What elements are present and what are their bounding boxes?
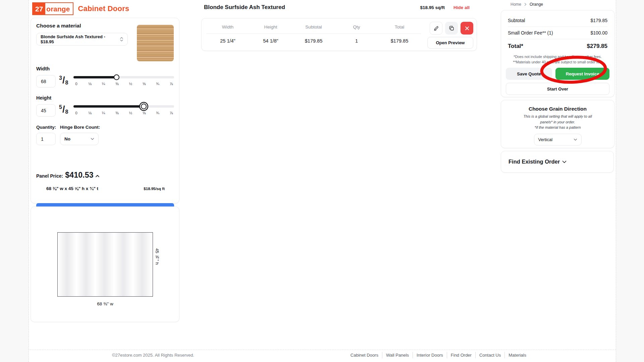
material-section-title: Choose a material (36, 23, 81, 29)
request-invoice-button[interactable]: Request Invoice (555, 68, 609, 80)
edit-button[interactable] (430, 22, 442, 35)
grain-direction-card: Choose Grain Direction This is a global … (501, 100, 614, 148)
quote-table-row: 25 1/4" 54 1/8" $179.85 1 $179.85 (206, 34, 421, 48)
quote-material-title: Blonde Surfside Ash Textured (204, 4, 285, 11)
duplicate-button[interactable] (445, 22, 458, 35)
small-order-fee-row: Small Order Fee** (1) $100.00 (508, 27, 607, 39)
quote-line-item-card: Width Height Subtotal Qty Total 25 1/4" … (201, 18, 477, 51)
width-slider-thumb[interactable] (114, 74, 119, 80)
find-order-label: Find Existing Order (508, 159, 560, 165)
fee-label: Small Order Fee** (1) (508, 30, 553, 36)
hinge-bore-value: No (64, 136, 70, 141)
find-existing-order-card[interactable]: Find Existing Order (501, 151, 614, 173)
logo-suffix: orange (45, 3, 73, 14)
brand-header: 27 orange Cabinet Doors (32, 3, 129, 15)
right-margin (616, 0, 644, 362)
width-slider-ticks: 0⅛¼⅜½⅝¾⅞ (73, 82, 174, 86)
quantity-input[interactable] (36, 133, 56, 145)
height-fraction: 58 (59, 104, 68, 115)
disclaimer-shipping: *Does not include shipping and handling,… (508, 54, 607, 59)
hide-all-link[interactable]: Hide all (453, 5, 470, 10)
width-slider[interactable] (73, 74, 174, 81)
copy-icon (449, 25, 454, 31)
logo-prefix: 27 (33, 3, 45, 14)
panel-price-label: Panel Price: (36, 173, 63, 179)
page-title: Cabinet Doors (78, 4, 129, 13)
close-icon (465, 26, 469, 31)
logo: 27 orange (32, 2, 73, 15)
total-value: $279.85 (587, 43, 607, 50)
open-preview-button[interactable]: Open Preview (427, 37, 473, 49)
footer: ©27estore.com 2025. All Rights Reserved.… (112, 352, 530, 358)
panel-price-value: $410.53 (65, 171, 94, 180)
start-over-button[interactable]: Start Over (506, 83, 609, 95)
col-header-width: Width (206, 22, 249, 34)
height-slider[interactable] (73, 103, 174, 110)
width-slider-fill (73, 76, 117, 78)
fee-value: $100.00 (590, 30, 607, 36)
panel-price-row: Panel Price: $410.53 (36, 171, 100, 180)
material-swatch (137, 25, 174, 61)
caret-up-icon[interactable] (95, 175, 100, 178)
hinge-bore-label: Hinge Bore Count: (60, 125, 100, 130)
footer-divider (29, 350, 616, 350)
total-label: Total* (508, 43, 523, 50)
col-header-total: Total (378, 22, 421, 34)
preview-height-label: 45 ⅝" h (155, 248, 160, 265)
grain-direction-value: Vertical (538, 137, 553, 142)
height-input[interactable] (36, 104, 56, 117)
footer-link-materials[interactable]: Materials (504, 352, 530, 358)
panel-preview-drawing (57, 232, 153, 297)
footer-link-find-order[interactable]: Find Order (447, 352, 475, 358)
subtotal-row: Subtotal $179.85 (508, 14, 607, 27)
hinge-bore-select[interactable]: No (60, 133, 99, 145)
save-quote-button[interactable]: Save Quote (506, 68, 552, 80)
height-slider-fill (73, 105, 144, 108)
disclaimer-small-order: **Materials under 40 sq ft are subject t… (508, 59, 607, 65)
panel-preview-card: 45 ⅝" h 68 ⅜" w (31, 206, 179, 322)
cell-total: $179.85 (378, 34, 421, 48)
height-label: Height (36, 95, 51, 101)
footer-link-cabinet-doors[interactable]: Cabinet Doors (347, 352, 382, 358)
copyright-text: ©27estore.com 2025. All Rights Reserved. (112, 353, 194, 358)
order-summary-card: Subtotal $179.85 Small Order Fee** (1) $… (501, 10, 614, 97)
grain-direction-select[interactable]: Vertical (534, 134, 582, 145)
col-header-qty: Qty (335, 22, 378, 34)
breadcrumb-current[interactable]: Orange (530, 2, 543, 7)
height-slider-ticks: 0⅛¼⅜½⅝¾⅞ (73, 111, 174, 115)
quote-header: Blonde Surfside Ash Textured $18.95 sq/f… (204, 4, 470, 11)
chevron-down-icon (91, 138, 94, 140)
chevron-down-icon (574, 138, 577, 141)
col-header-subtotal: Subtotal (292, 22, 335, 34)
fraction-slash-icon (62, 104, 65, 115)
width-input[interactable] (36, 75, 56, 87)
cell-qty: 1 (335, 34, 378, 48)
breadcrumb: Home Orange (511, 2, 543, 7)
col-header-height: Height (249, 22, 292, 34)
dimensions-summary: 68 ⅜" w x 45 ⅝" h x ¾" t (46, 186, 98, 191)
preview-width-label: 68 ⅜" w (57, 301, 153, 306)
quote-table-header-row: Width Height Subtotal Qty Total (206, 22, 421, 34)
chevron-right-icon (524, 3, 527, 6)
material-select-value: Blonde Surfside Ash Textured - $18.95 (41, 34, 120, 44)
footer-link-contact-us[interactable]: Contact Us (475, 352, 504, 358)
footer-link-interior-doors[interactable]: Interior Doors (413, 352, 447, 358)
footer-link-wall-panels[interactable]: Wall Panels (382, 352, 413, 358)
unit-price: $18.95/sq ft (144, 187, 165, 191)
footer-links: Cabinet Doors Wall Panels Interior Doors… (347, 352, 530, 358)
quote-table: Width Height Subtotal Qty Total 25 1/4" … (206, 22, 421, 48)
chevron-down-icon (562, 161, 567, 163)
delete-button[interactable] (461, 22, 473, 35)
height-slider-thumb[interactable] (141, 104, 147, 109)
left-margin (0, 0, 29, 362)
subtotal-value: $179.85 (590, 18, 607, 23)
cell-subtotal: $179.85 (292, 34, 335, 48)
cell-width: 25 1/4" (206, 34, 249, 48)
total-row: Total* $279.85 (508, 39, 607, 53)
breadcrumb-home[interactable]: Home (511, 2, 521, 7)
width-label: Width (36, 66, 50, 71)
quantity-label: Quantity: (36, 125, 56, 130)
disclaimers: *Does not include shipping and handling,… (508, 54, 607, 65)
fraction-slash-icon (62, 75, 65, 85)
material-select[interactable]: Blonde Surfside Ash Textured - $18.95 (36, 33, 128, 46)
